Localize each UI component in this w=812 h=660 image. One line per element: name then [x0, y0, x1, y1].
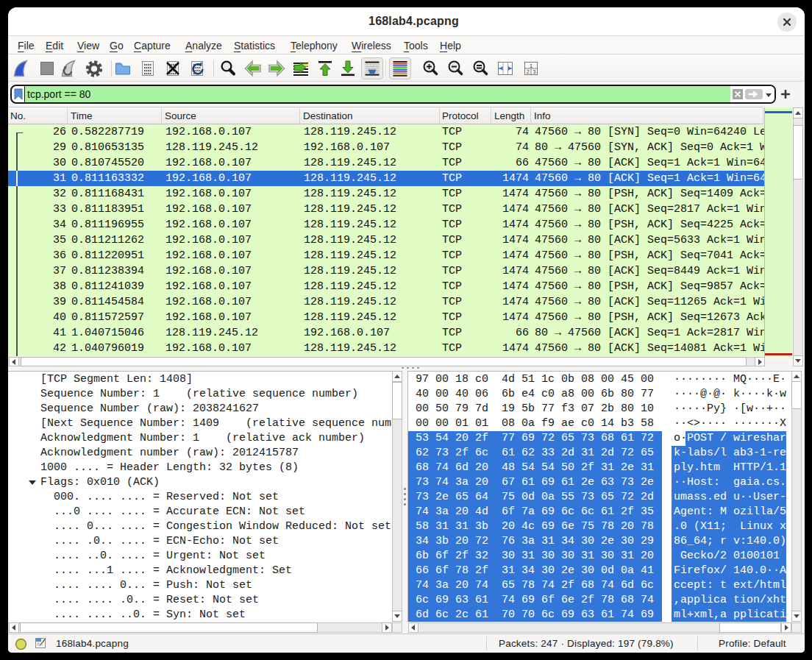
svg-text:3: 3: [533, 68, 535, 75]
svg-text:2: 2: [527, 68, 530, 75]
